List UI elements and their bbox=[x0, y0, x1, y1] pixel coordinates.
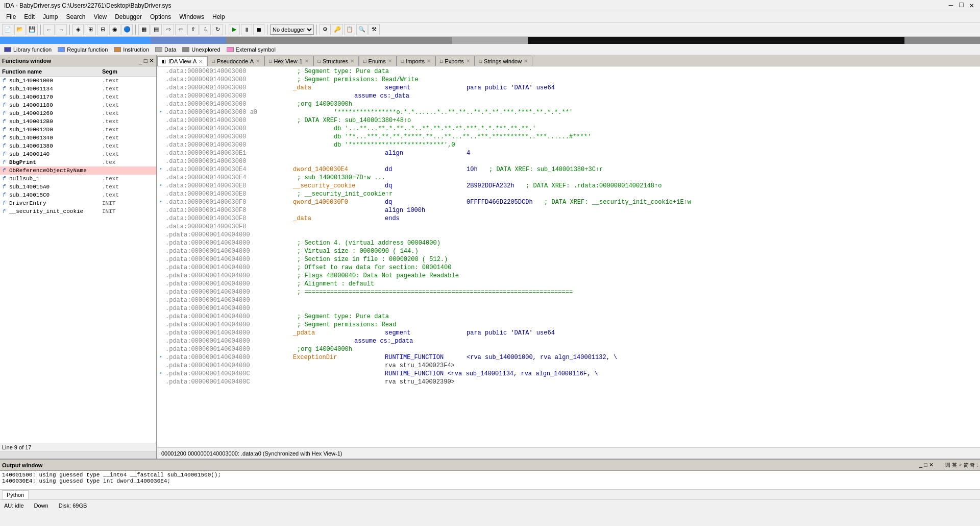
panel-minimize-icon[interactable]: _ bbox=[139, 57, 142, 64]
menu-view[interactable]: View bbox=[89, 13, 111, 20]
toolbar-dbg4[interactable]: 🔍 bbox=[356, 24, 368, 35]
nav-segment-dark[interactable] bbox=[528, 37, 904, 44]
minimize-button[interactable]: — bbox=[947, 1, 955, 10]
code-line: .data:0000000140003000db '**************… bbox=[157, 141, 980, 149]
menu-debugger[interactable]: Debugger bbox=[111, 13, 146, 20]
toolbar-pause[interactable]: ⏸ bbox=[241, 24, 252, 35]
tab-close-icon[interactable]: ✕ bbox=[388, 58, 392, 64]
functions-list[interactable]: fsub_140001000.textfsub_140001134.textfs… bbox=[0, 77, 156, 443]
function-row[interactable]: fsub_14000118​0.text bbox=[0, 101, 156, 109]
legend-library-color bbox=[4, 47, 11, 52]
toolbar-btn7[interactable]: ▤ bbox=[151, 24, 162, 35]
toolbar-btn4[interactable]: ◉ bbox=[109, 24, 120, 35]
close-button[interactable]: ✕ bbox=[968, 1, 976, 10]
function-row[interactable]: fsub_1400012B0.text bbox=[0, 117, 156, 126]
functions-panel-controls[interactable]: _ □ ✕ bbox=[139, 57, 154, 64]
toolbar-btn8[interactable]: ⇨ bbox=[163, 24, 174, 35]
function-row[interactable]: fsub_14000140.text bbox=[0, 150, 156, 158]
menu-windows[interactable]: Windows bbox=[175, 13, 208, 20]
toolbar-back[interactable]: ← bbox=[43, 24, 55, 35]
tabs-bar[interactable]: ◧IDA View-A✕□Pseudocode-A✕□Hex View-1✕□S… bbox=[157, 55, 980, 66]
tab-ida-view-a[interactable]: ◧IDA View-A✕ bbox=[157, 56, 207, 66]
toolbar-btn5[interactable]: 🔵 bbox=[121, 24, 133, 35]
tab-close-icon[interactable]: ✕ bbox=[256, 58, 260, 64]
output-tabs[interactable]: Python bbox=[0, 489, 980, 499]
toolbar-btn11[interactable]: ⇩ bbox=[200, 24, 211, 35]
debugger-select[interactable]: No debugger bbox=[270, 25, 314, 35]
output-panel-float[interactable]: □ bbox=[924, 462, 927, 469]
nav-segment-end[interactable] bbox=[904, 37, 980, 44]
tab-pseudocode-a[interactable]: □Pseudocode-A✕ bbox=[207, 56, 264, 66]
menu-file[interactable]: File bbox=[2, 13, 20, 20]
function-row[interactable]: fsub_14001​5C0.text bbox=[0, 191, 156, 199]
toolbar-btn6[interactable]: ▦ bbox=[138, 24, 150, 35]
function-row[interactable]: f__security_init_cookieINIT bbox=[0, 207, 156, 216]
tab-close-icon[interactable]: ✕ bbox=[305, 58, 309, 64]
function-row[interactable]: fsub_14001​5A0.text bbox=[0, 183, 156, 191]
panel-close-icon[interactable]: ✕ bbox=[149, 57, 154, 64]
output-panel-controls[interactable]: _ □ ✕ 囲 英 ♂ 简 奇 : bbox=[919, 462, 978, 469]
toolbar-btn1[interactable]: ◈ bbox=[72, 24, 84, 35]
output-panel-minimize[interactable]: _ bbox=[919, 462, 922, 469]
code-address: .pdata:0000000140004000 bbox=[165, 272, 293, 280]
code-keyword: assume cs:_pdata bbox=[354, 337, 413, 345]
toolbar-forward[interactable]: → bbox=[56, 24, 67, 35]
code-address: .data:0000000140003000 bbox=[165, 92, 293, 100]
toolbar-open[interactable]: 📂 bbox=[14, 24, 26, 35]
toolbar-run[interactable]: ▶ bbox=[229, 24, 240, 35]
toolbar-btn10[interactable]: ⇧ bbox=[187, 24, 199, 35]
maximize-button[interactable]: □ bbox=[957, 1, 965, 10]
tab-structures[interactable]: □Structures✕ bbox=[313, 56, 359, 66]
panel-float-icon[interactable]: □ bbox=[144, 57, 148, 64]
function-row[interactable]: fsub_140001260.text bbox=[0, 109, 156, 117]
tab-exports[interactable]: □Exports✕ bbox=[435, 56, 475, 66]
tab-close-icon[interactable]: ✕ bbox=[427, 58, 431, 64]
menu-edit[interactable]: Edit bbox=[20, 13, 39, 20]
nav-segment-mid[interactable] bbox=[151, 37, 226, 44]
toolbar-dbg2[interactable]: 🔑 bbox=[332, 24, 343, 35]
code-line: .data:00000001400030E8; __security_init_… bbox=[157, 190, 980, 198]
window-controls[interactable]: — □ ✕ bbox=[947, 1, 976, 10]
tab-close-icon[interactable]: ✕ bbox=[350, 58, 354, 64]
menu-search[interactable]: Search bbox=[62, 13, 89, 20]
tab-strings-window[interactable]: □Strings window✕ bbox=[475, 56, 532, 66]
function-row[interactable]: fsub_140001340.text bbox=[0, 134, 156, 142]
function-row[interactable]: fsub_140001000.text bbox=[0, 77, 156, 85]
code-view[interactable]: .data:0000000140003000; Segment type: Pu… bbox=[157, 66, 980, 447]
code-label: _data bbox=[293, 214, 385, 223]
nav-segment-blue[interactable] bbox=[0, 37, 151, 44]
toolbar-dbg5[interactable]: ⚒ bbox=[369, 24, 380, 35]
function-row[interactable]: fsub_140001170.text bbox=[0, 93, 156, 101]
function-row[interactable]: fObReferenceObjectByName bbox=[0, 166, 156, 175]
nav-segment-gray[interactable] bbox=[226, 37, 452, 44]
function-row[interactable]: fDriverEntryINIT bbox=[0, 199, 156, 207]
function-row[interactable]: fDbgPrint.tex bbox=[0, 158, 156, 166]
function-row[interactable]: fsub_140001380.text bbox=[0, 142, 156, 150]
tab-enums[interactable]: □Enums✕ bbox=[359, 56, 397, 66]
tab-close-icon[interactable]: ✕ bbox=[466, 58, 470, 64]
function-row[interactable]: fsub_1400012D0.text bbox=[0, 126, 156, 134]
toolbar-new[interactable]: 📄 bbox=[2, 24, 13, 35]
nav-segment-light[interactable] bbox=[452, 37, 528, 44]
toolbar-stop[interactable]: ⏹ bbox=[253, 24, 264, 35]
toolbar-save[interactable]: 💾 bbox=[27, 24, 38, 35]
toolbar-btn2[interactable]: ⊞ bbox=[85, 24, 96, 35]
output-panel-close[interactable]: ✕ bbox=[929, 462, 934, 469]
output-tab-python[interactable]: Python bbox=[2, 490, 29, 499]
toolbar-dbg3[interactable]: 📋 bbox=[344, 24, 355, 35]
tab-close-icon[interactable]: ✕ bbox=[199, 59, 203, 64]
tab-close-icon[interactable]: ✕ bbox=[524, 58, 528, 64]
functions-scrollbar[interactable] bbox=[0, 451, 156, 459]
menu-jump[interactable]: Jump bbox=[39, 13, 62, 20]
function-row[interactable]: fsub_140001134.text bbox=[0, 85, 156, 93]
menu-help[interactable]: Help bbox=[208, 13, 229, 20]
toolbar-dbg1[interactable]: ⚙ bbox=[320, 24, 331, 35]
toolbar-btn3[interactable]: ⊟ bbox=[97, 24, 108, 35]
toolbar-btn12[interactable]: ↻ bbox=[212, 24, 223, 35]
navigation-bar[interactable] bbox=[0, 37, 980, 44]
function-row[interactable]: fnullsub_1.text bbox=[0, 175, 156, 183]
menu-options[interactable]: Options bbox=[146, 13, 175, 20]
tab-hex-view-1[interactable]: □Hex View-1✕ bbox=[264, 56, 313, 66]
toolbar-btn9[interactable]: ⇦ bbox=[175, 24, 186, 35]
tab-imports[interactable]: □Imports✕ bbox=[397, 56, 435, 66]
